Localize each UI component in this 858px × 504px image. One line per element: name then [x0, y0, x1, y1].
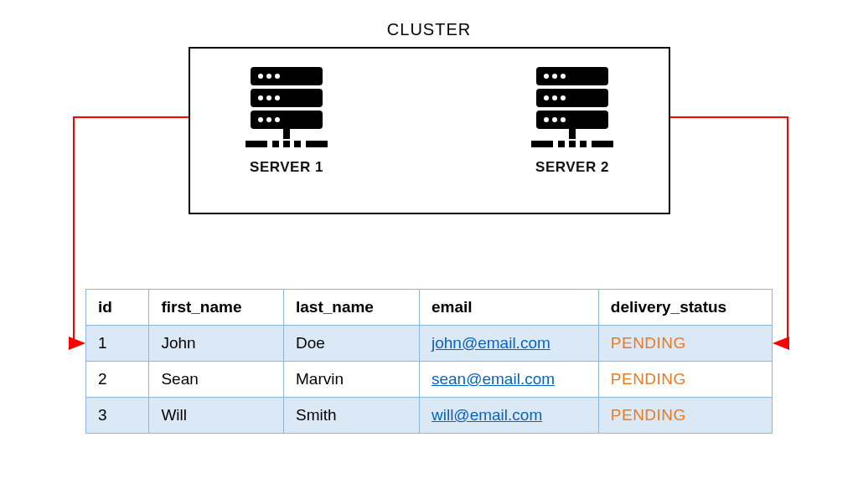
- email-link[interactable]: sean@email.com: [432, 370, 555, 388]
- cell-first-name: Will: [149, 398, 284, 434]
- cell-id: 1: [86, 326, 149, 362]
- table-row: 2 Sean Marvin sean@email.com PENDING: [86, 362, 773, 398]
- cell-last-name: Smith: [284, 398, 420, 434]
- svg-point-35: [561, 117, 566, 122]
- svg-point-17: [275, 117, 280, 122]
- cell-id: 3: [86, 398, 149, 434]
- table-header-row: id first_name last_name email delivery_s…: [86, 290, 773, 326]
- svg-point-29: [561, 74, 566, 79]
- server-1: SERVER 1: [240, 67, 333, 176]
- email-link[interactable]: john@email.com: [432, 334, 550, 352]
- svg-point-11: [275, 74, 280, 79]
- svg-rect-5: [272, 141, 279, 147]
- cell-delivery-status: PENDING: [598, 398, 772, 434]
- cell-first-name: Sean: [149, 362, 284, 398]
- svg-point-28: [552, 74, 557, 79]
- server-icon: [526, 67, 618, 151]
- database-table: id first_name last_name email delivery_s…: [85, 289, 773, 434]
- svg-rect-3: [283, 129, 290, 139]
- svg-rect-8: [306, 141, 328, 147]
- email-link[interactable]: will@email.com: [432, 406, 542, 424]
- cell-last-name: Marvin: [284, 362, 420, 398]
- svg-point-16: [266, 117, 271, 122]
- svg-point-27: [544, 74, 549, 79]
- svg-rect-7: [294, 141, 301, 147]
- cell-delivery-status: PENDING: [598, 326, 772, 362]
- svg-rect-4: [246, 141, 267, 147]
- svg-point-10: [266, 74, 271, 79]
- cell-email: john@email.com: [419, 326, 598, 362]
- status-badge: PENDING: [611, 334, 686, 352]
- cluster-box: SERVER 1: [189, 47, 670, 214]
- svg-point-34: [552, 117, 557, 122]
- column-header-email: email: [419, 290, 598, 326]
- server-1-label: SERVER 1: [250, 159, 323, 176]
- cell-last-name: Doe: [284, 326, 420, 362]
- svg-rect-24: [569, 141, 576, 147]
- column-header-id: id: [86, 290, 149, 326]
- svg-point-32: [561, 95, 566, 100]
- svg-rect-22: [531, 141, 553, 147]
- cell-id: 2: [86, 362, 149, 398]
- cluster-title: CLUSTER: [0, 20, 858, 39]
- svg-rect-26: [592, 141, 613, 147]
- svg-point-14: [275, 95, 280, 100]
- column-header-delivery-status: delivery_status: [598, 290, 772, 326]
- table-row: 1 John Doe john@email.com PENDING: [86, 326, 773, 362]
- svg-rect-21: [569, 129, 576, 139]
- svg-rect-6: [283, 141, 290, 147]
- svg-point-33: [544, 117, 549, 122]
- status-badge: PENDING: [611, 370, 686, 388]
- svg-point-9: [258, 74, 263, 79]
- cell-delivery-status: PENDING: [598, 362, 772, 398]
- column-header-first-name: first_name: [149, 290, 284, 326]
- server-icon: [240, 67, 333, 151]
- svg-point-15: [258, 117, 263, 122]
- svg-point-30: [544, 95, 549, 100]
- cell-first-name: John: [149, 326, 284, 362]
- svg-point-12: [258, 95, 263, 100]
- svg-rect-25: [580, 141, 587, 147]
- cell-email: will@email.com: [419, 398, 598, 434]
- cell-email: sean@email.com: [419, 362, 598, 398]
- svg-rect-23: [558, 141, 565, 147]
- svg-point-13: [266, 95, 271, 100]
- status-badge: PENDING: [611, 406, 686, 424]
- server-2: SERVER 2: [526, 67, 618, 176]
- table-row: 3 Will Smith will@email.com PENDING: [86, 398, 773, 434]
- column-header-last-name: last_name: [284, 290, 420, 326]
- svg-point-31: [552, 95, 557, 100]
- server-2-label: SERVER 2: [535, 159, 609, 176]
